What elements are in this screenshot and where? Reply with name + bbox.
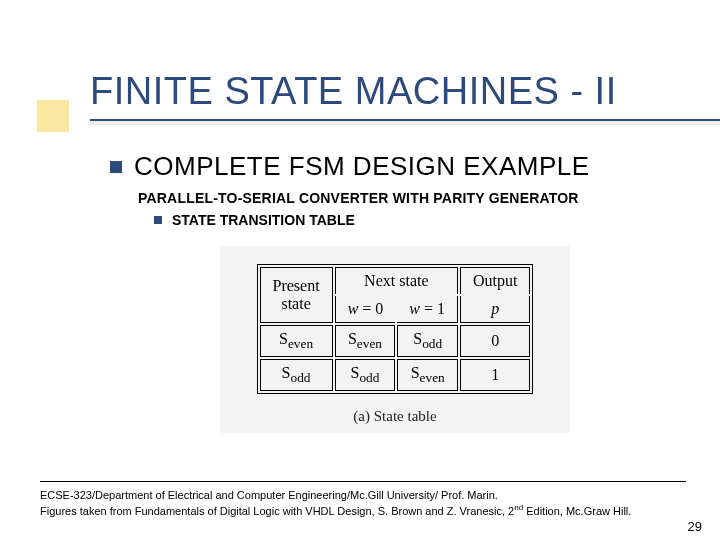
figure-caption: (a) State table <box>234 408 556 425</box>
col-p: p <box>460 296 530 323</box>
state-table-figure: Presentstate Next state Output w = 0 w =… <box>220 246 570 433</box>
slide-body: COMPLETE FSM DESIGN EXAMPLE PARALLEL-TO-… <box>0 125 720 433</box>
cell-present: Sodd <box>260 359 333 391</box>
cell-w0: Sodd <box>335 359 396 391</box>
footer-divider <box>40 481 686 482</box>
page-number: 29 <box>688 519 702 534</box>
table-row: Sodd Sodd Seven 1 <box>260 359 531 391</box>
cell-w1: Sodd <box>397 325 458 357</box>
slide: FINITE STATE MACHINES - II COMPLETE FSM … <box>0 0 720 540</box>
col-next: Next state <box>335 267 458 294</box>
cell-w0: Seven <box>335 325 396 357</box>
cell-w1: Seven <box>397 359 458 391</box>
cell-p: 0 <box>460 325 530 357</box>
title-underline-shadow <box>90 121 720 125</box>
sub-bullet-text: STATE TRANSITION TABLE <box>172 212 355 228</box>
col-output: Output <box>460 267 530 294</box>
sub-bullet-icon <box>154 216 162 224</box>
bullet-icon <box>110 161 122 173</box>
cell-p: 1 <box>460 359 530 391</box>
table-row: Seven Seven Sodd 0 <box>260 325 531 357</box>
col-present: Presentstate <box>260 267 333 323</box>
title-area: FINITE STATE MACHINES - II <box>0 0 720 125</box>
col-w0: w = 0 <box>335 296 396 323</box>
sub-bullet-row: STATE TRANSITION TABLE <box>154 212 680 228</box>
footer-text: ECSE-323/Department of Electrical and Co… <box>40 488 686 518</box>
footer-line-2b: Edition, Mc.Graw Hill. <box>523 504 631 516</box>
footer-line-2a: Figures taken from Fundamentals of Digit… <box>40 504 514 516</box>
footer-line-2: Figures taken from Fundamentals of Digit… <box>40 503 686 519</box>
cell-present: Seven <box>260 325 333 357</box>
section-heading: COMPLETE FSM DESIGN EXAMPLE <box>134 151 590 182</box>
footer-line-1: ECSE-323/Department of Electrical and Co… <box>40 488 686 503</box>
example-subheading: PARALLEL-TO-SERIAL CONVERTER WITH PARITY… <box>138 190 680 206</box>
bullet-row: COMPLETE FSM DESIGN EXAMPLE <box>110 151 680 182</box>
state-table: Presentstate Next state Output w = 0 w =… <box>257 264 534 394</box>
accent-square <box>37 100 69 132</box>
slide-title: FINITE STATE MACHINES - II <box>90 70 720 113</box>
col-w1: w = 1 <box>397 296 458 323</box>
footer-sup: nd <box>514 503 523 512</box>
